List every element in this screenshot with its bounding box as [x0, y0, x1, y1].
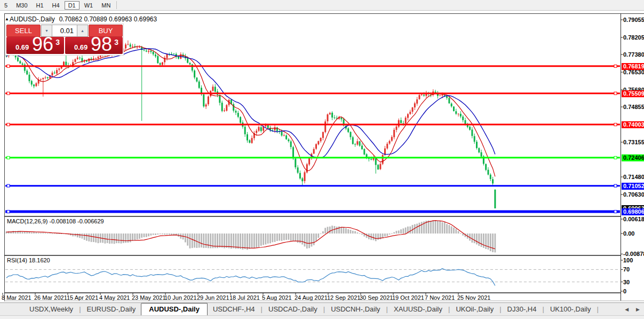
level-price-label: 0.71052	[622, 183, 644, 190]
level-price-label: 0.72406	[622, 154, 644, 161]
sell-price-main: 96	[32, 33, 53, 56]
rsi-indicator-label: RSI(14) 18.1620	[7, 257, 50, 263]
volume-increase-button[interactable]: ▲	[77, 25, 88, 37]
mt4-terminal: 5M30H1H4D1W1MN ▲ AUDUSD-,Daily0.70862 0.…	[0, 0, 644, 319]
macd-name: MACD(12,26,9)	[7, 218, 47, 224]
level-price-label: 0.76819	[622, 63, 644, 70]
sell-price-pipette: 3	[55, 38, 60, 46]
sell-price-prefix: 0.69	[15, 43, 29, 51]
level-price-label: 0.75509	[622, 90, 644, 97]
level-price-label: 0.74003	[622, 121, 644, 128]
macd-indicator-label: MACD(12,26,9) -0.008108 -0.006629	[7, 218, 104, 224]
sell-price-box[interactable]: 0.69 96 3	[6, 37, 64, 54]
rsi-value: 18.1620	[29, 257, 50, 263]
buy-price-pipette: 3	[114, 38, 118, 46]
collapse-subwindow-icon[interactable]: ▲	[5, 17, 9, 21]
chart-title: ▲ AUDUSD-,Daily0.70862 0.70889 0.69963 0…	[10, 15, 157, 23]
buy-price-box[interactable]: 0.69 98 3	[65, 37, 123, 54]
buy-price-prefix: 0.69	[74, 43, 88, 51]
buy-price-main: 98	[91, 33, 112, 56]
level-price-label: 0.69806	[622, 208, 644, 215]
macd-values: -0.008108 -0.006629	[49, 218, 104, 224]
volume-input[interactable]: 0.01	[52, 25, 77, 37]
one-click-trade-panel: SELL ▼ 0.01 ▲ BUY 0.69 96 3 0.69 98 3	[5, 24, 124, 56]
chart-symbol-label: AUDUSD-,Daily	[10, 15, 55, 23]
rsi-name: RSI(14)	[7, 257, 27, 263]
chart-ohlc-values: 0.70862 0.70889 0.69963 0.69963	[59, 15, 157, 23]
